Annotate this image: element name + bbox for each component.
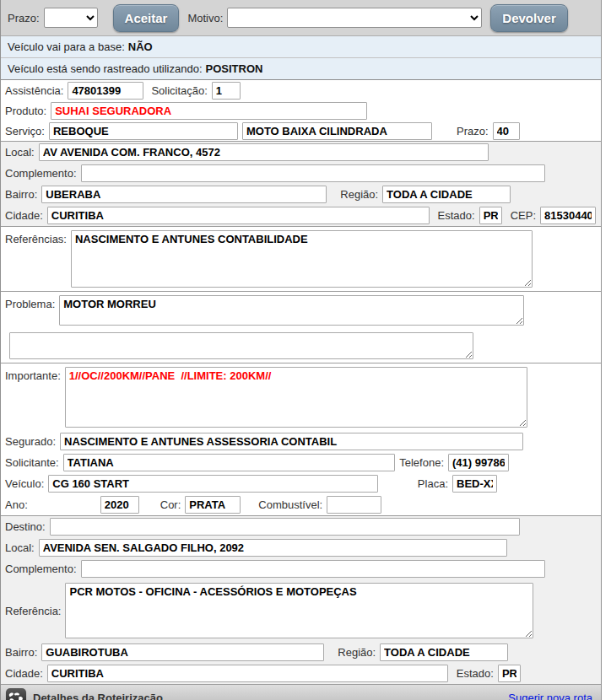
referencias-row: Referências: NASCIMENTO E ANTUNES CONTAB… [1,227,601,291]
origin-estado-input[interactable] [479,207,502,224]
dest-bairro-row: Bairro: Região: [1,642,601,663]
placa-input[interactable] [452,475,497,493]
combustivel-label: Combustível: [258,498,322,511]
dest-regiao-label: Região: [338,646,376,659]
importante-row: Importante: 1//OC//200KM//PANE //LIMITE:… [1,363,601,431]
tracking-status-label: Veículo está sendo rastreado utilizando: [8,62,203,75]
origin-cep-label: CEP: [511,209,536,222]
motivo-label: Motivo: [187,12,223,24]
produto-input[interactable] [51,102,367,120]
prazo-input[interactable] [493,122,520,140]
origin-cep-input[interactable] [540,207,596,224]
origin-cidade-row: Cidade: Estado: CEP: [1,205,601,226]
base-status-value: NÃO [128,40,153,53]
problema-label: Problema: [5,295,55,310]
veiculo-label: Veículo: [5,477,44,490]
routing-details-title: Detalhes da Roteirização [33,692,163,700]
referencias-textarea[interactable]: NASCIMENTO E ANTUNES CONTABILIDADE [71,230,533,288]
base-status-bar: Veículo vai para a base: NÃO [1,36,601,58]
routing-details-header[interactable]: Detalhes da Roteirização Sugerir nova ro… [1,685,601,700]
dest-referencia-textarea[interactable]: PCR MOTOS - OFICINA - ACESSÓRIOS E MOTOP… [65,583,533,638]
importante-textarea[interactable]: 1//OC//200KM//PANE //LIMITE: 200KM// [65,367,527,428]
importante-label: Importante: [5,367,61,382]
dest-referencia-label: Referência: [5,605,61,617]
veiculo-input[interactable] [48,475,378,493]
solicitante-label: Solicitante: [5,456,59,469]
destino-input[interactable] [50,518,520,536]
dest-local-input[interactable] [39,539,507,557]
cor-input[interactable] [185,496,241,514]
dest-complemento-label: Complemento: [5,563,77,575]
dest-cidade-label: Cidade: [5,667,43,680]
origin-complemento-row: Complemento: [1,163,601,184]
problema-row: Problema: MOTOR MORREU [1,292,601,329]
telefone-input[interactable] [448,454,509,471]
dest-local-row: Local: [1,537,601,558]
service-section: Assistência: Solicitação: Produto: Servi… [1,80,601,142]
destination-section: Destino: Local: Complemento: Referência:… [1,516,601,685]
dest-bairro-label: Bairro: [5,646,37,659]
combustivel-input[interactable] [327,496,381,514]
solicitacao-input[interactable] [212,82,241,100]
destino-label: Destino: [5,520,46,533]
placa-label: Placa: [418,477,448,490]
assistance-form-panel: Prazo: Aceitar Motivo: Devolver Veículo … [0,0,602,700]
origin-local-input[interactable] [39,143,489,161]
origin-address-section: Local: Complemento: Bairro: Região: Cida… [1,142,601,227]
solicitante-row: Solicitante: Telefone: [1,452,601,473]
tracking-status-bar: Veículo está sendo rastreado utilizando:… [1,58,601,80]
suggest-new-route-link[interactable]: Sugerir nova rota [508,692,592,700]
dest-estado-input[interactable] [498,665,521,682]
observacao-row [1,329,601,363]
action-toolbar: Prazo: Aceitar Motivo: Devolver [1,0,601,36]
ano-label: Ano: [5,498,28,511]
veiculo-row: Veículo: Placa: [1,473,601,494]
origin-complemento-label: Complemento: [5,167,77,180]
assistencia-label: Assistência: [5,84,63,97]
prazo-select[interactable] [44,8,98,28]
dest-regiao-input[interactable] [380,643,508,661]
dest-bairro-input[interactable] [41,643,324,661]
segurado-label: Segurado: [5,435,56,448]
base-status-label: Veículo vai para a base: [8,40,125,53]
solicitante-input[interactable] [63,454,395,471]
world-map-icon [6,688,26,700]
ano-input[interactable] [100,496,139,514]
servico-label: Serviço: [5,125,45,137]
motivo-select[interactable] [227,8,482,28]
servico-input[interactable] [49,122,238,140]
observacao-textarea[interactable] [9,332,473,359]
tracking-status-value: POSITRON [206,62,263,75]
solicitacao-label: Solicitação: [151,84,207,97]
dest-complemento-input[interactable] [81,560,545,578]
origin-bairro-input[interactable] [41,186,327,203]
dest-estado-label: Estado: [457,667,494,680]
origin-cidade-label: Cidade: [5,209,43,222]
telefone-label: Telefone: [399,456,444,469]
problema-textarea[interactable]: MOTOR MORREU [59,295,524,326]
segurado-input[interactable] [60,433,523,450]
dest-referencia-row: Referência: PCR MOTOS - OFICINA - ACESSÓ… [1,579,601,642]
servico-detalhe-input[interactable] [242,122,432,140]
origin-regiao-input[interactable] [382,186,511,203]
aceitar-button[interactable]: Aceitar [113,4,180,32]
servico-row: Serviço: Prazo: [1,121,601,141]
origin-bairro-row: Bairro: Região: [1,184,601,205]
origin-complemento-input[interactable] [81,164,545,182]
devolver-button[interactable]: Devolver [490,4,567,32]
origin-cidade-input[interactable] [47,207,430,224]
dest-cidade-input[interactable] [47,665,448,682]
assistencia-input[interactable] [68,82,143,100]
dest-cidade-row: Cidade: Estado: [1,663,601,684]
assistencia-row: Assistência: Solicitação: [1,80,601,100]
references-section: Referências: NASCIMENTO E ANTUNES CONTAB… [1,227,601,292]
produto-label: Produto: [5,105,46,117]
produto-row: Produto: [1,100,601,121]
origin-regiao-label: Região: [340,188,378,201]
referencias-label: Referências: [5,230,67,245]
problem-section: Problema: MOTOR MORREU [1,292,601,363]
origin-local-row: Local: [1,142,601,163]
destino-row: Destino: [1,516,601,537]
origin-local-label: Local: [5,146,35,159]
important-insured-section: Importante: 1//OC//200KM//PANE //LIMITE:… [1,363,601,516]
